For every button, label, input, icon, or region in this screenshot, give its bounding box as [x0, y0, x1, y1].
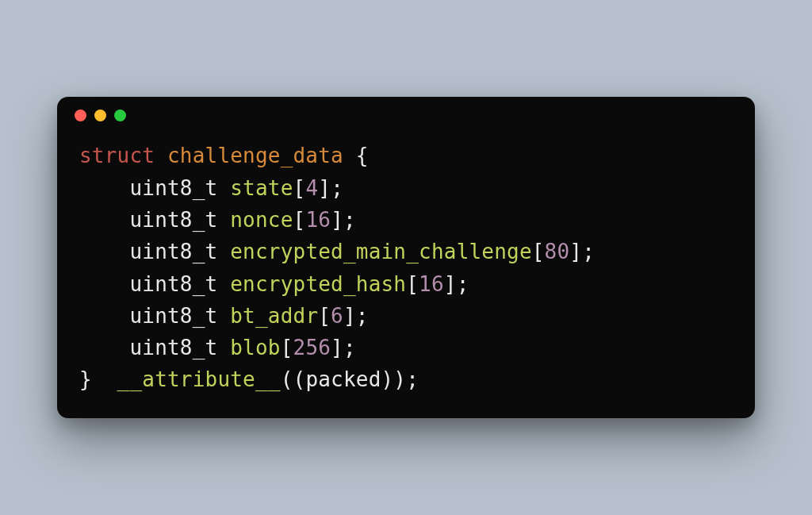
base-type: uint8_t — [129, 336, 217, 359]
code-window: struct challenge_data { uint8_t state[4]… — [57, 97, 755, 417]
semicolon: ; — [331, 176, 343, 200]
type-name: challenge_data — [167, 144, 343, 167]
field-name: encrypted_hash — [230, 272, 406, 296]
minimize-icon[interactable] — [94, 110, 106, 121]
rbracket: ] — [331, 336, 343, 359]
semicolon: ; — [343, 336, 356, 359]
zoom-icon[interactable] — [114, 110, 126, 121]
semicolon: ; — [457, 272, 469, 296]
lbracket: [ — [532, 240, 545, 263]
lbracket: [ — [293, 208, 306, 232]
base-type: uint8_t — [129, 208, 217, 232]
close-brace: } — [79, 367, 92, 391]
lbracket: [ — [293, 176, 306, 200]
array-size: 80 — [545, 240, 570, 263]
lbracket: [ — [318, 304, 331, 328]
semicolon: ; — [356, 304, 369, 328]
attribute-args: ((packed)) — [281, 367, 407, 391]
semicolon: ; — [582, 240, 595, 263]
open-brace: { — [356, 144, 369, 167]
close-icon[interactable] — [75, 110, 86, 121]
attribute-name: __attribute__ — [117, 367, 281, 391]
rbracket: ] — [331, 208, 343, 232]
field-name: blob — [230, 336, 280, 359]
field-name: bt_addr — [230, 304, 318, 328]
base-type: uint8_t — [129, 240, 217, 263]
lbracket: [ — [406, 272, 419, 296]
field-name: nonce — [230, 208, 293, 232]
array-size: 16 — [419, 272, 444, 296]
semicolon: ; — [406, 367, 419, 391]
field-name: encrypted_main_challenge — [230, 240, 531, 263]
base-type: uint8_t — [129, 304, 217, 328]
code-block: struct challenge_data { uint8_t state[4]… — [57, 133, 755, 395]
window-titlebar — [57, 97, 755, 133]
field-name: state — [230, 176, 293, 200]
array-size: 4 — [305, 176, 318, 200]
rbracket: ] — [444, 272, 457, 296]
array-size: 6 — [331, 304, 343, 328]
base-type: uint8_t — [129, 272, 217, 296]
rbracket: ] — [318, 176, 331, 200]
keyword-struct: struct — [79, 144, 155, 167]
base-type: uint8_t — [129, 176, 217, 200]
rbracket: ] — [569, 240, 582, 263]
stage: struct challenge_data { uint8_t state[4]… — [0, 0, 812, 515]
rbracket: ] — [343, 304, 356, 328]
array-size: 16 — [305, 208, 331, 232]
semicolon: ; — [343, 208, 356, 232]
lbracket: [ — [281, 336, 293, 359]
array-size: 256 — [293, 336, 331, 359]
